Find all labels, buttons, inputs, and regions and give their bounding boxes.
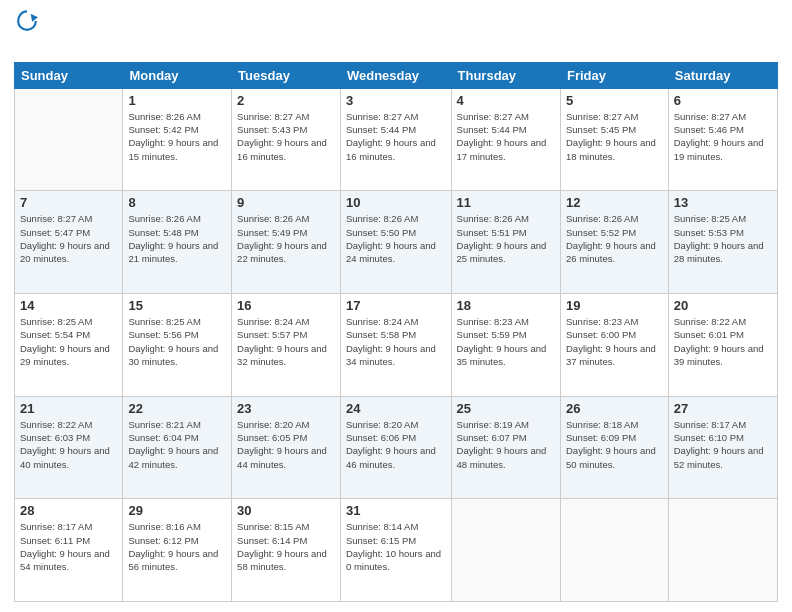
day-info: Sunrise: 8:14 AMSunset: 6:15 PMDaylight:… [346,520,446,573]
day-cell: 7Sunrise: 8:27 AMSunset: 5:47 PMDaylight… [15,191,123,294]
day-cell: 27Sunrise: 8:17 AMSunset: 6:10 PMDayligh… [668,396,777,499]
day-header: Thursday [451,62,560,88]
day-info: Sunrise: 8:24 AMSunset: 5:58 PMDaylight:… [346,315,446,368]
day-cell: 16Sunrise: 8:24 AMSunset: 5:57 PMDayligh… [232,294,341,397]
day-cell: 23Sunrise: 8:20 AMSunset: 6:05 PMDayligh… [232,396,341,499]
day-number: 12 [566,195,663,210]
day-cell: 10Sunrise: 8:26 AMSunset: 5:50 PMDayligh… [340,191,451,294]
header-row: SundayMondayTuesdayWednesdayThursdayFrid… [15,62,778,88]
day-cell: 17Sunrise: 8:24 AMSunset: 5:58 PMDayligh… [340,294,451,397]
day-info: Sunrise: 8:26 AMSunset: 5:51 PMDaylight:… [457,212,555,265]
day-info: Sunrise: 8:26 AMSunset: 5:50 PMDaylight:… [346,212,446,265]
day-cell: 3Sunrise: 8:27 AMSunset: 5:44 PMDaylight… [340,88,451,191]
day-info: Sunrise: 8:18 AMSunset: 6:09 PMDaylight:… [566,418,663,471]
day-info: Sunrise: 8:26 AMSunset: 5:42 PMDaylight:… [128,110,226,163]
day-header: Tuesday [232,62,341,88]
day-info: Sunrise: 8:19 AMSunset: 6:07 PMDaylight:… [457,418,555,471]
day-cell: 14Sunrise: 8:25 AMSunset: 5:54 PMDayligh… [15,294,123,397]
day-number: 6 [674,93,772,108]
day-number: 3 [346,93,446,108]
day-number: 5 [566,93,663,108]
day-cell: 5Sunrise: 8:27 AMSunset: 5:45 PMDaylight… [560,88,668,191]
day-cell [560,499,668,602]
day-cell: 20Sunrise: 8:22 AMSunset: 6:01 PMDayligh… [668,294,777,397]
logo [14,10,38,56]
day-number: 27 [674,401,772,416]
day-header: Monday [123,62,232,88]
day-info: Sunrise: 8:20 AMSunset: 6:05 PMDaylight:… [237,418,335,471]
day-cell: 18Sunrise: 8:23 AMSunset: 5:59 PMDayligh… [451,294,560,397]
day-info: Sunrise: 8:27 AMSunset: 5:45 PMDaylight:… [566,110,663,163]
day-cell [15,88,123,191]
day-header: Saturday [668,62,777,88]
day-cell: 11Sunrise: 8:26 AMSunset: 5:51 PMDayligh… [451,191,560,294]
day-cell: 24Sunrise: 8:20 AMSunset: 6:06 PMDayligh… [340,396,451,499]
day-number: 13 [674,195,772,210]
day-cell: 13Sunrise: 8:25 AMSunset: 5:53 PMDayligh… [668,191,777,294]
day-number: 15 [128,298,226,313]
day-number: 29 [128,503,226,518]
day-info: Sunrise: 8:25 AMSunset: 5:53 PMDaylight:… [674,212,772,265]
day-info: Sunrise: 8:22 AMSunset: 6:01 PMDaylight:… [674,315,772,368]
day-number: 16 [237,298,335,313]
svg-marker-0 [31,14,38,22]
day-info: Sunrise: 8:21 AMSunset: 6:04 PMDaylight:… [128,418,226,471]
day-info: Sunrise: 8:27 AMSunset: 5:47 PMDaylight:… [20,212,117,265]
day-cell: 12Sunrise: 8:26 AMSunset: 5:52 PMDayligh… [560,191,668,294]
week-row: 7Sunrise: 8:27 AMSunset: 5:47 PMDaylight… [15,191,778,294]
day-info: Sunrise: 8:26 AMSunset: 5:52 PMDaylight:… [566,212,663,265]
day-header: Friday [560,62,668,88]
day-cell: 30Sunrise: 8:15 AMSunset: 6:14 PMDayligh… [232,499,341,602]
day-cell: 9Sunrise: 8:26 AMSunset: 5:49 PMDaylight… [232,191,341,294]
day-info: Sunrise: 8:26 AMSunset: 5:49 PMDaylight:… [237,212,335,265]
day-cell: 8Sunrise: 8:26 AMSunset: 5:48 PMDaylight… [123,191,232,294]
day-number: 19 [566,298,663,313]
day-header: Wednesday [340,62,451,88]
logo-text [14,36,38,56]
week-row: 1Sunrise: 8:26 AMSunset: 5:42 PMDaylight… [15,88,778,191]
day-info: Sunrise: 8:27 AMSunset: 5:44 PMDaylight:… [346,110,446,163]
day-number: 25 [457,401,555,416]
day-cell: 29Sunrise: 8:16 AMSunset: 6:12 PMDayligh… [123,499,232,602]
day-cell [668,499,777,602]
day-cell: 1Sunrise: 8:26 AMSunset: 5:42 PMDaylight… [123,88,232,191]
day-info: Sunrise: 8:17 AMSunset: 6:10 PMDaylight:… [674,418,772,471]
day-number: 26 [566,401,663,416]
day-number: 7 [20,195,117,210]
day-info: Sunrise: 8:26 AMSunset: 5:48 PMDaylight:… [128,212,226,265]
day-info: Sunrise: 8:16 AMSunset: 6:12 PMDaylight:… [128,520,226,573]
day-cell: 19Sunrise: 8:23 AMSunset: 6:00 PMDayligh… [560,294,668,397]
day-number: 24 [346,401,446,416]
day-info: Sunrise: 8:20 AMSunset: 6:06 PMDaylight:… [346,418,446,471]
day-number: 14 [20,298,117,313]
day-cell: 22Sunrise: 8:21 AMSunset: 6:04 PMDayligh… [123,396,232,499]
day-info: Sunrise: 8:24 AMSunset: 5:57 PMDaylight:… [237,315,335,368]
header [14,10,778,56]
day-cell: 25Sunrise: 8:19 AMSunset: 6:07 PMDayligh… [451,396,560,499]
day-number: 20 [674,298,772,313]
day-cell: 15Sunrise: 8:25 AMSunset: 5:56 PMDayligh… [123,294,232,397]
day-number: 30 [237,503,335,518]
day-cell: 21Sunrise: 8:22 AMSunset: 6:03 PMDayligh… [15,396,123,499]
week-row: 21Sunrise: 8:22 AMSunset: 6:03 PMDayligh… [15,396,778,499]
page: SundayMondayTuesdayWednesdayThursdayFrid… [0,0,792,612]
day-cell: 28Sunrise: 8:17 AMSunset: 6:11 PMDayligh… [15,499,123,602]
day-number: 10 [346,195,446,210]
day-info: Sunrise: 8:15 AMSunset: 6:14 PMDaylight:… [237,520,335,573]
day-number: 17 [346,298,446,313]
day-number: 21 [20,401,117,416]
day-number: 18 [457,298,555,313]
calendar: SundayMondayTuesdayWednesdayThursdayFrid… [14,62,778,602]
day-info: Sunrise: 8:27 AMSunset: 5:44 PMDaylight:… [457,110,555,163]
day-number: 22 [128,401,226,416]
week-row: 14Sunrise: 8:25 AMSunset: 5:54 PMDayligh… [15,294,778,397]
day-header: Sunday [15,62,123,88]
day-number: 28 [20,503,117,518]
week-row: 28Sunrise: 8:17 AMSunset: 6:11 PMDayligh… [15,499,778,602]
day-number: 23 [237,401,335,416]
day-info: Sunrise: 8:27 AMSunset: 5:43 PMDaylight:… [237,110,335,163]
day-number: 9 [237,195,335,210]
day-number: 11 [457,195,555,210]
day-info: Sunrise: 8:23 AMSunset: 5:59 PMDaylight:… [457,315,555,368]
day-cell: 2Sunrise: 8:27 AMSunset: 5:43 PMDaylight… [232,88,341,191]
